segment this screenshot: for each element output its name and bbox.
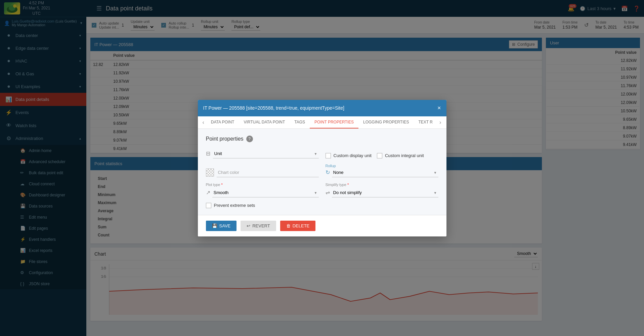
unit-icon: ⊟ [206, 150, 210, 157]
rollup-select-wrapper: None [332, 168, 438, 177]
simplify-type-select[interactable]: Do not simplify Simplify [332, 188, 438, 197]
custom-unit-group: Custom display unit Custom integral unit [326, 153, 438, 158]
tab-prev-arrow[interactable]: ‹ [201, 117, 206, 128]
unit-select-wrapper: Unit [213, 149, 319, 158]
prevent-extreme-checkbox[interactable] [206, 203, 211, 208]
tab-logging-properties[interactable]: LOGGING PROPERTIES [358, 116, 414, 128]
rollup-icon: ↻ [326, 169, 330, 176]
color-swatch[interactable] [206, 169, 214, 177]
modal-header: IT Power — 205588 [site=205588, trend=tr… [198, 100, 446, 116]
custom-display-unit-checkbox[interactable] [326, 153, 331, 158]
custom-integral-unit-group: Custom integral unit [377, 153, 424, 158]
plot-type-select-wrapper: Smooth Line Step [212, 188, 319, 197]
modal-tabs: ‹ DATA POINT VIRTUAL DATA POINT TAGS POI… [198, 116, 446, 129]
modal-overlay: IT Power — 205588 [site=205588, trend=tr… [0, 0, 644, 336]
plot-simplify-row: Plot type * ↗ Smooth Line Step [206, 183, 438, 197]
prevent-extreme-row: Prevent extreme sets [206, 203, 438, 208]
save-button[interactable]: 💾 SAVE [206, 221, 237, 231]
delete-button[interactable]: 🗑 DELETE [280, 221, 316, 231]
chart-color-label: Chart color [217, 168, 319, 177]
modal-footer: 💾 SAVE ↩ REVERT 🗑 DELETE [198, 215, 446, 236]
point-properties-modal: IT Power — 205588 [site=205588, trend=tr… [198, 100, 446, 236]
rollup-group: Rollup ↻ None [326, 164, 438, 177]
unit-select[interactable]: Unit [213, 149, 319, 158]
plot-type-icon: ↗ [206, 189, 210, 196]
section-title: Point properties ? [206, 136, 438, 142]
prevent-extreme-group: Prevent extreme sets [206, 203, 438, 208]
chart-color-rollup-row: Chart color Rollup ↻ None [206, 164, 438, 177]
simplify-icon: ⇌ [326, 189, 330, 196]
help-icon[interactable]: ? [246, 136, 253, 142]
delete-icon: 🗑 [286, 223, 291, 228]
revert-icon: ↩ [247, 223, 250, 228]
save-icon: 💾 [212, 223, 217, 228]
tab-next-arrow[interactable]: › [437, 117, 443, 128]
tab-point-properties[interactable]: POINT PROPERTIES [310, 116, 358, 128]
plot-type-group: Plot type * ↗ Smooth Line Step [206, 183, 319, 197]
chart-color-group: Chart color [206, 168, 319, 177]
simplify-type-select-wrapper: Do not simplify Simplify [332, 188, 438, 197]
tab-data-point[interactable]: DATA POINT [206, 116, 239, 128]
unit-row: ⊟ Unit Custom display unit Custom int [206, 149, 438, 158]
unit-group: ⊟ Unit [206, 149, 319, 158]
tab-text-r[interactable]: TEXT R [414, 116, 437, 128]
rollup-select[interactable]: None [332, 168, 438, 177]
revert-button[interactable]: ↩ REVERT [241, 221, 276, 231]
tab-virtual-data-point[interactable]: VIRTUAL DATA POINT [239, 116, 290, 128]
simplify-type-group: Simplify type * ⇌ Do not simplify Simpli… [326, 183, 438, 197]
custom-display-unit-group: Custom display unit [326, 153, 372, 158]
modal-title: IT Power — 205588 [site=205588, trend=tr… [203, 105, 344, 111]
tab-tags[interactable]: TAGS [290, 116, 310, 128]
custom-integral-unit-checkbox[interactable] [377, 153, 382, 158]
modal-close-button[interactable]: × [437, 105, 441, 112]
modal-body: Point properties ? ⊟ Unit Custom di [198, 129, 446, 215]
plot-type-select[interactable]: Smooth Line Step [212, 188, 319, 197]
